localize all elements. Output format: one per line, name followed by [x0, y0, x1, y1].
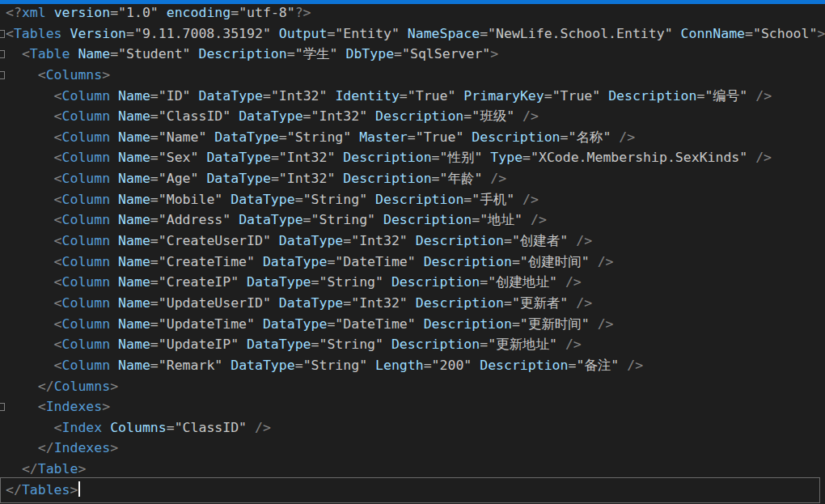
indent	[6, 88, 54, 104]
attribute-name: DataType	[247, 274, 311, 290]
tag-open-delimiter: <	[54, 316, 62, 332]
equals-sign: =	[150, 337, 159, 352]
equals-sign: =	[311, 274, 319, 290]
code-line-24[interactable]: </Tables>	[0, 480, 825, 501]
attribute-value: "ClassID"	[175, 420, 247, 435]
equals-sign: =	[327, 316, 335, 332]
attribute-value: "Int32"	[351, 233, 408, 248]
code-line-7[interactable]: <Column Name="Name" DataType="String" Ma…	[0, 127, 825, 148]
attribute-value: "String"	[287, 129, 351, 145]
code-line-11[interactable]: <Column Name="Address" DataType="String"…	[0, 210, 825, 231]
code-line-14[interactable]: <Column Name="CreateIP" DataType="String…	[0, 272, 825, 293]
equals-sign: =	[279, 129, 287, 145]
space	[239, 274, 247, 290]
equals-sign: =	[231, 5, 239, 20]
attribute-value: "String"	[303, 192, 367, 207]
attribute-name: ConnName	[681, 26, 745, 41]
indent	[6, 233, 54, 248]
tag-name: Tables	[22, 482, 70, 498]
attribute-name: Name	[118, 212, 150, 227]
attribute-value: "School"	[753, 26, 817, 41]
space	[271, 233, 279, 248]
space	[455, 88, 463, 104]
fold-marker-icon[interactable]	[0, 71, 5, 79]
indent	[6, 212, 54, 227]
attribute-name: DataType	[231, 358, 294, 373]
fold-marker-icon[interactable]	[0, 30, 5, 38]
attribute-name: Name	[78, 46, 110, 61]
indent	[6, 295, 54, 311]
equals-sign: =	[303, 108, 311, 124]
code-line-17[interactable]: <Column Name="UpdateIP" DataType="String…	[0, 334, 825, 355]
equals-sign: =	[271, 171, 279, 186]
attribute-name: DataType	[231, 192, 294, 207]
attribute-name: Name	[118, 295, 150, 311]
code-line-13[interactable]: <Column Name="CreateTime" DataType="Date…	[0, 252, 825, 273]
space	[482, 150, 490, 165]
code-line-2[interactable]: <Tables Version="9.11.7008.35192" Output…	[0, 23, 825, 44]
equals-sign: =	[424, 358, 432, 373]
tag-close-delimiter: >	[490, 46, 498, 61]
code-line-23[interactable]: </Table>	[0, 459, 825, 480]
space	[383, 274, 391, 290]
attribute-name: Name	[118, 192, 150, 207]
tag-name: Index	[62, 420, 103, 435]
tag-open-delimiter: </	[38, 379, 54, 394]
code-line-8[interactable]: <Column Name="Sex" DataType="Int32" Desc…	[0, 147, 825, 168]
attribute-name: PrimaryKey	[463, 88, 544, 104]
code-editor[interactable]: <?xml version="1.0" encoding="utf-8"?><T…	[0, 2, 825, 500]
tag-open-delimiter: <	[54, 212, 62, 227]
indent	[6, 399, 38, 414]
tag-close-delimiter: />	[590, 254, 614, 269]
equals-sign: =	[303, 212, 311, 227]
attribute-name: Description	[343, 171, 431, 186]
equals-sign: =	[480, 337, 488, 352]
equals-sign: =	[150, 358, 159, 373]
code-line-4[interactable]: <Columns>	[0, 65, 825, 86]
tag-open-delimiter: <	[54, 337, 62, 352]
code-line-1[interactable]: <?xml version="1.0" encoding="utf-8"?>	[0, 2, 825, 23]
space	[255, 254, 263, 269]
code-line-16[interactable]: <Column Name="UpdateTime" DataType="Date…	[0, 314, 825, 335]
attribute-value: "ClassID"	[159, 108, 231, 124]
attribute-value: "年龄"	[440, 171, 483, 186]
code-line-12[interactable]: <Column Name="CreateUserID" DataType="In…	[0, 231, 825, 252]
code-line-10[interactable]: <Column Name="Mobile" DataType="String" …	[0, 189, 825, 210]
tag-open-delimiter: </	[6, 482, 22, 498]
code-line-5[interactable]: <Column Name="ID" DataType="Int32" Ident…	[0, 86, 825, 107]
code-line-19[interactable]: </Columns>	[0, 376, 825, 397]
attribute-name: DataType	[239, 212, 302, 227]
attribute-value: "UpdateIP"	[159, 337, 239, 352]
equals-sign: =	[504, 295, 512, 311]
tag-open-delimiter: <	[22, 46, 30, 61]
tag-close-delimiter: />	[611, 129, 635, 145]
code-line-20[interactable]: <Indexes>	[0, 396, 825, 417]
fold-marker-icon[interactable]	[0, 50, 5, 58]
code-line-18[interactable]: <Column Name="Remark" DataType="String" …	[0, 355, 825, 376]
attribute-name: Name	[118, 358, 150, 373]
code-line-21[interactable]: <Index Columns="ClassID" />	[0, 417, 825, 438]
space	[110, 233, 118, 248]
code-line-6[interactable]: <Column Name="ClassID" DataType="Int32" …	[0, 106, 825, 127]
equals-sign: =	[696, 88, 704, 104]
equals-sign: =	[263, 88, 271, 104]
tag-close-delimiter: />	[557, 337, 582, 352]
code-line-3[interactable]: <Table Name="Student" Description="学生" D…	[0, 44, 825, 65]
attribute-name: Description	[343, 150, 431, 165]
attribute-value: "DateTime"	[335, 316, 415, 332]
attribute-value: "Entity"	[335, 26, 399, 41]
tag-close-delimiter: >	[110, 440, 118, 455]
tag-open-delimiter: <	[54, 358, 62, 373]
tag-open-delimiter: <	[54, 192, 62, 207]
attribute-name: Columns	[110, 420, 167, 435]
equals-sign: =	[394, 46, 402, 61]
code-line-9[interactable]: <Column Name="Age" DataType="Int32" Desc…	[0, 168, 825, 189]
fold-marker-icon[interactable]	[0, 403, 5, 411]
attribute-value: "CreateUserID"	[159, 233, 271, 248]
attribute-value: "XCode.Membership.SexKinds"	[531, 150, 747, 165]
attribute-name: DataType	[279, 233, 343, 248]
code-line-15[interactable]: <Column Name="UpdateUserID" DataType="In…	[0, 293, 825, 314]
tag-open-delimiter: <	[54, 108, 62, 124]
code-line-22[interactable]: </Indexes>	[0, 438, 825, 459]
space	[335, 150, 343, 165]
